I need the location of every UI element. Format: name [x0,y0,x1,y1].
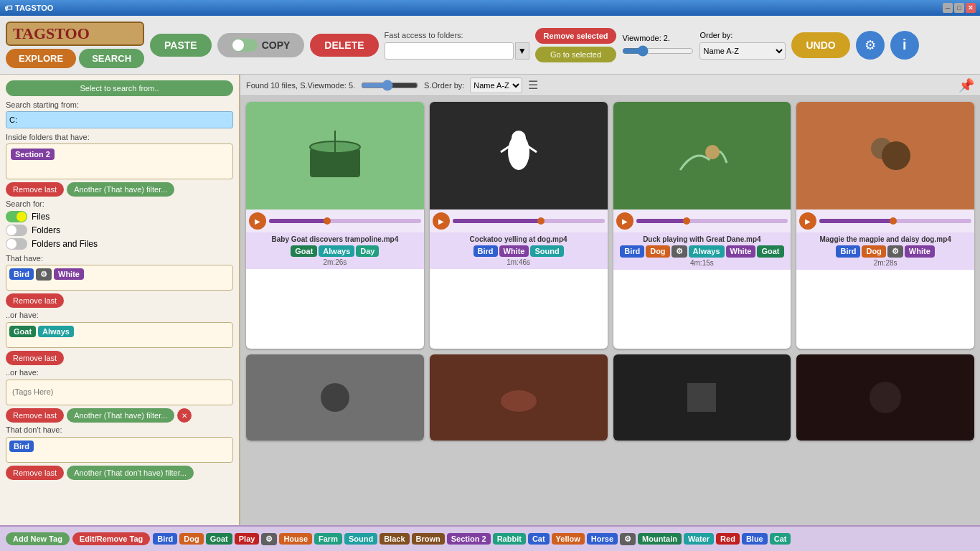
progress-bar-3[interactable] [636,219,788,223]
btag-horse[interactable]: Horse [587,533,618,545]
radio-files-row: Files [6,211,233,222]
progress-bar-4[interactable] [819,219,971,223]
btag-water[interactable]: Water [684,533,714,545]
tag-bird[interactable]: Bird [9,268,34,280]
card3-tag-gear[interactable]: ⚙ [672,245,687,258]
play-btn-2[interactable]: ▶ [433,212,450,230]
remove-last-4-btn[interactable]: Remove last [6,408,64,423]
thumb-7 [613,354,791,441]
copy-toggle[interactable] [232,39,258,52]
remove-selected-btn[interactable]: Remove selected [535,28,617,44]
btag-brown[interactable]: Brown [412,533,445,545]
card-tag-day[interactable]: Day [356,245,379,257]
file-list-icon[interactable]: ☰ [528,78,538,92]
or-have-tags-box: Goat Always [6,322,233,348]
remove-last-5-btn[interactable]: Remove last [6,466,64,480]
add-tag-btn[interactable]: Add New Tag [6,532,70,545]
close-btn[interactable]: ✕ [966,3,976,13]
settings-btn[interactable]: ⚙ [856,31,885,60]
explore-btn[interactable]: EXPLORE [6,49,76,68]
orderby-select[interactable]: Name A-Z Name Z-A Date Newest Date Oldes… [699,42,786,60]
btag-farm[interactable]: Farm [314,533,342,545]
s-order-select[interactable]: Name A-Z Name Z-A [470,77,522,93]
play-btn-3[interactable]: ▶ [616,212,633,230]
btag-cat2[interactable]: Cat [770,533,791,545]
section-2-tag[interactable]: Section 2 [11,149,55,160]
card-tag-always[interactable]: Always [319,245,354,257]
card-tag-goat[interactable]: Goat [291,245,317,257]
paste-btn[interactable]: PASTE [150,34,212,57]
btag-black[interactable]: Black [380,533,409,545]
remove-last-2-btn[interactable]: Remove last [6,293,64,308]
another-filter-1-btn[interactable]: Another (That have) filter... [67,182,174,197]
minimize-btn[interactable]: ─ [943,3,953,13]
card2-tag-sound[interactable]: Sound [530,245,563,257]
btag-gear[interactable]: ⚙ [261,533,277,545]
remove-last-3-btn[interactable]: Remove last [6,351,64,365]
remove-last-1-btn[interactable]: Remove last [6,182,64,197]
card3-tag-always[interactable]: Always [689,245,725,258]
btag-play[interactable]: Play [235,533,260,545]
go-to-selected-btn[interactable]: Go to selected [535,47,617,62]
btag-yellow[interactable]: Yellow [552,533,585,545]
btag-mountain[interactable]: Mountain [638,533,682,545]
s-viewmode-slider[interactable] [361,80,418,91]
search-for-label: Search for: [6,199,233,208]
copy-btn[interactable]: COPY [217,33,305,57]
tag-white[interactable]: White [54,268,84,280]
viewmode-slider[interactable] [622,45,694,57]
svg-point-5 [512,131,526,145]
card3-tag-bird[interactable]: Bird [620,245,644,258]
card4-tag-white[interactable]: White [905,245,935,258]
tag-gear-1[interactable]: ⚙ [36,268,52,281]
another-filter-2-btn[interactable]: Another (That have) filter... [67,408,174,423]
search-btn[interactable]: SEARCH [79,49,144,68]
play-btn-1[interactable]: ▶ [249,212,266,230]
files-toggle[interactable] [6,211,27,222]
both-toggle[interactable] [6,238,27,250]
card4-tag-gear[interactable]: ⚙ [887,245,903,258]
card2-tag-white[interactable]: White [499,245,529,257]
btag-bird[interactable]: Bird [153,533,177,545]
search-path-input[interactable] [6,111,233,128]
btag-goat[interactable]: Goat [206,533,232,545]
btag-cat[interactable]: Cat [528,533,550,545]
btag-section2[interactable]: Section 2 [447,533,491,545]
card3-tag-goat[interactable]: Goat [757,245,783,258]
tag-always[interactable]: Always [38,326,74,337]
svg-point-14 [870,382,901,413]
btag-dog[interactable]: Dog [179,533,203,545]
card2-tag-bird[interactable]: Bird [473,245,498,257]
content-area: Found 10 files, S.Viewmode: 5. S.Order b… [240,75,980,525]
card4-tag-bird[interactable]: Bird [836,245,860,258]
progress-bar-1[interactable] [269,219,421,223]
progress-bar-2[interactable] [453,219,605,223]
pin-icon[interactable]: 📌 [958,77,974,93]
folders-toggle[interactable] [6,225,27,236]
info-btn[interactable]: i [890,31,919,60]
btag-blue[interactable]: Blue [742,533,768,545]
card3-tag-dog[interactable]: Dog [646,245,669,258]
media-card-5 [246,354,424,441]
play-btn-4[interactable]: ▶ [799,212,816,230]
tag-dont-bird[interactable]: Bird [9,441,34,452]
btag-sound[interactable]: Sound [344,533,377,545]
folder-dropdown-arrow[interactable]: ▼ [515,42,529,60]
maximize-btn[interactable]: □ [954,3,964,13]
delete-btn[interactable]: DELETE [310,34,378,57]
edit-remove-tag-btn[interactable]: Edit/Remove Tag [72,532,150,545]
btag-red[interactable]: Red [716,533,740,545]
undo-btn[interactable]: UNDO [791,32,849,58]
btag-rabbit[interactable]: Rabbit [493,533,526,545]
card3-tag-white[interactable]: White [726,245,756,258]
tag-goat[interactable]: Goat [9,326,36,337]
tags-input-2[interactable] [9,383,230,400]
btag-gear2[interactable]: ⚙ [620,533,636,545]
btag-house[interactable]: House [279,533,312,545]
window-controls[interactable]: ─ □ ✕ [943,3,976,13]
another-dont-btn[interactable]: Another (That don't have) filter... [67,466,194,480]
clear-btn[interactable]: ✕ [177,408,192,423]
search-from-btn[interactable]: Select to search from.. [6,80,233,96]
card4-tag-dog[interactable]: Dog [862,245,885,258]
folder-input[interactable] [385,42,514,60]
